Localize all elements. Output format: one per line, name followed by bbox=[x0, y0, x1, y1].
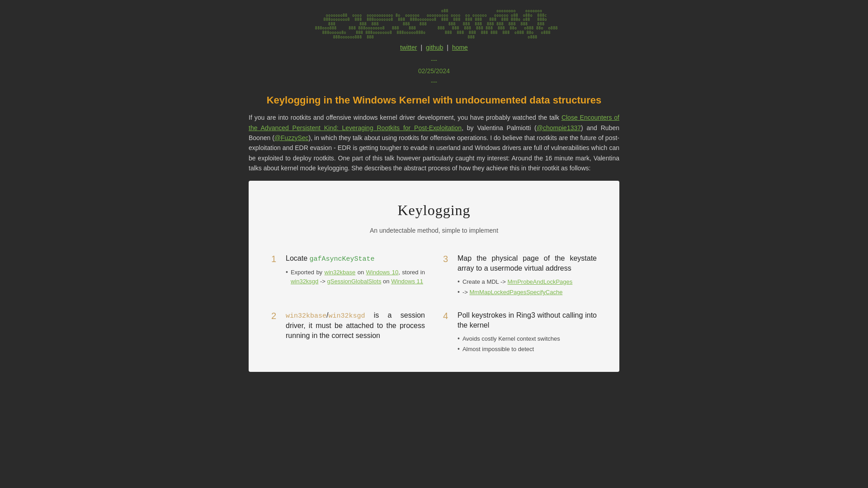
section1-bullets: Exported by win32kbase on Windows 10, st… bbox=[286, 268, 425, 286]
section1-num: 1 bbox=[271, 253, 280, 264]
body-text-1: If you are into rootkits and offensive w… bbox=[249, 114, 561, 121]
section4-header: 4 Poll keystrokes in Ring3 without calli… bbox=[443, 310, 597, 331]
keylogging-slide: Keylogging An undetectable method, simpl… bbox=[249, 181, 619, 372]
link-mmprobeandlockpages[interactable]: MmProbeAndLockPages bbox=[508, 278, 573, 285]
github-link[interactable]: github bbox=[426, 44, 443, 51]
section1-header: 1 Locate gafAsyncKeyState bbox=[271, 253, 425, 264]
slide-section-4: 4 Poll keystrokes in Ring3 without calli… bbox=[443, 310, 597, 354]
sep1: --- bbox=[431, 56, 437, 64]
section1-bullet-1: Exported by win32kbase on Windows 10, st… bbox=[286, 268, 425, 286]
slide-grid: 1 Locate gafAsyncKeyState Exported by wi… bbox=[271, 253, 597, 354]
section3-heading: Map the physical page of the keystate ar… bbox=[458, 253, 597, 274]
nav-links: twitter | github | home bbox=[400, 44, 468, 51]
section4-heading: Poll keystrokes in Ring3 without calling… bbox=[458, 310, 597, 331]
section4-num: 4 bbox=[443, 310, 452, 321]
section2-hl1: win32kbase bbox=[286, 312, 326, 320]
slide-section-2: 2 win32kbase/win32ksgd is a session driv… bbox=[271, 310, 425, 354]
slide-section-1: 1 Locate gafAsyncKeyState Exported by wi… bbox=[271, 253, 425, 297]
section4-bullets: Avoids costly Kernel context switches Al… bbox=[458, 334, 597, 354]
link-mmmaplockedpagesspecifycache[interactable]: MmMapLockedPagesSpecifyCache bbox=[469, 289, 562, 296]
slide-subtitle: An undetectable method, simple to implem… bbox=[271, 225, 597, 235]
nav-sep2: | bbox=[447, 44, 448, 51]
link-windows10[interactable]: Windows 10 bbox=[366, 269, 399, 276]
nav-sep1: | bbox=[420, 44, 422, 51]
link-windows11[interactable]: Windows 11 bbox=[391, 278, 423, 285]
section1-heading: Locate gafAsyncKeyState bbox=[286, 253, 375, 264]
section4-bullet-2: Almost impossible to detect bbox=[458, 345, 597, 354]
ascii-art-logo: o88 oooooooo ooooooo ooooooo88 oooo oooo… bbox=[310, 9, 558, 39]
home-link[interactable]: home bbox=[452, 44, 468, 51]
section2-header: 2 win32kbase/win32ksgd is a session driv… bbox=[271, 310, 425, 341]
section2-hl2: win32ksgd bbox=[328, 312, 365, 320]
twitter-link[interactable]: twitter bbox=[400, 44, 417, 51]
article-title: Keylogging in the Windows Kernel with un… bbox=[267, 94, 602, 106]
date-display: 02/25/2024 bbox=[418, 67, 450, 75]
article-body: If you are into rootkits and offensive w… bbox=[249, 113, 619, 372]
slide-section-3: 3 Map the physical page of the keystate … bbox=[443, 253, 597, 297]
section3-num: 3 bbox=[443, 253, 452, 264]
link-chompie[interactable]: @chompie1337 bbox=[537, 124, 581, 131]
section4-bullet-1: Avoids costly Kernel context switches bbox=[458, 334, 597, 343]
section3-bullets: Create a MDL -> MmProbeAndLockPages -> M… bbox=[458, 277, 597, 297]
link-win32ksgd[interactable]: win32ksgd bbox=[291, 278, 318, 285]
section1-highlight: gafAsyncKeyState bbox=[309, 255, 374, 263]
body-text-2: , by Valentina Palmiotti ( bbox=[462, 124, 537, 131]
link-gsessionglobalslots[interactable]: gSessionGlobalSlots bbox=[327, 278, 382, 285]
section3-bullet-2: -> MmMapLockedPagesSpecifyCache bbox=[458, 288, 597, 297]
slide-title: Keylogging bbox=[271, 199, 597, 222]
section2-num: 2 bbox=[271, 310, 280, 321]
section2-heading: win32kbase/win32ksgd is a session driver… bbox=[286, 310, 425, 341]
section3-header: 3 Map the physical page of the keystate … bbox=[443, 253, 597, 274]
link-win32kbase[interactable]: win32kbase bbox=[325, 269, 356, 276]
link-fuzzysec[interactable]: @FuzzySec bbox=[274, 134, 309, 141]
sep2: --- bbox=[431, 78, 437, 85]
section3-bullet-1: Create a MDL -> MmProbeAndLockPages bbox=[458, 277, 597, 286]
